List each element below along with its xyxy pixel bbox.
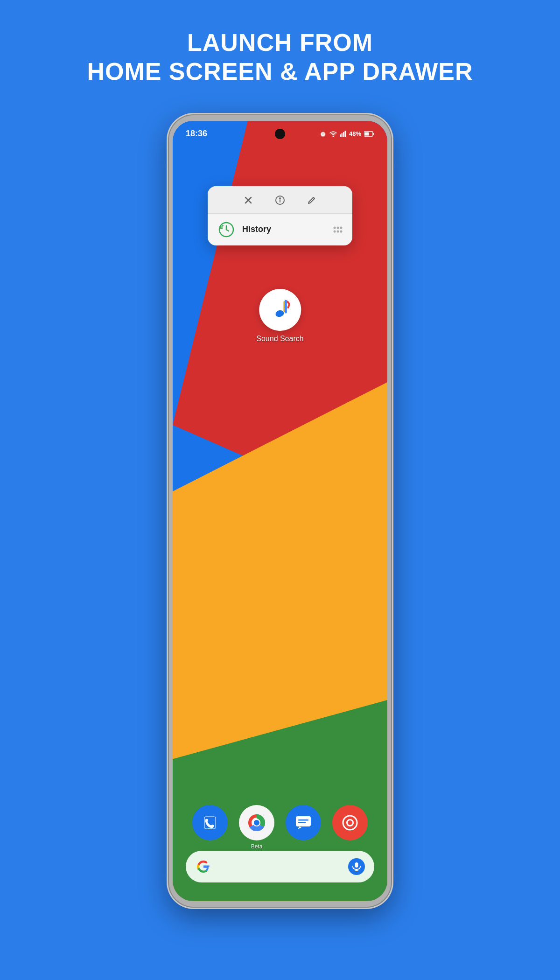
svg-rect-33	[355, 862, 358, 868]
status-time: 18:36	[186, 129, 207, 139]
dock-icon-chrome[interactable]: Beta	[239, 805, 274, 840]
dock-icon-phone[interactable]	[192, 805, 228, 840]
history-left: History	[217, 220, 271, 239]
svg-point-26	[254, 820, 259, 826]
wifi-icon	[329, 131, 337, 137]
svg-rect-28	[298, 819, 308, 821]
svg-rect-7	[365, 132, 369, 135]
close-button[interactable]	[241, 193, 256, 208]
history-icon	[217, 220, 236, 239]
svg-point-20	[340, 230, 343, 232]
context-menu: History	[208, 186, 352, 245]
signal-icon	[340, 131, 346, 137]
dock-icon-messages[interactable]	[286, 805, 321, 840]
edit-button[interactable]	[304, 193, 319, 208]
app-icon-container[interactable]: Sound Search	[256, 289, 303, 343]
search-bar[interactable]	[186, 851, 374, 882]
context-menu-top	[208, 186, 352, 214]
svg-rect-29	[298, 822, 306, 823]
header-line1: LAUNCH FROM	[187, 29, 373, 56]
drag-handle[interactable]	[333, 226, 343, 233]
info-button[interactable]	[273, 193, 287, 208]
svg-point-12	[280, 198, 280, 199]
google-logo	[195, 858, 212, 875]
mic-icon[interactable]	[348, 858, 365, 875]
alarm-icon: ⏰	[319, 130, 327, 137]
svg-point-32	[348, 820, 352, 825]
phone-shell: 18:36 ⏰	[168, 114, 392, 908]
status-bar: 18:36 ⏰	[173, 121, 387, 147]
history-label: History	[242, 224, 271, 234]
status-icons: ⏰	[319, 130, 374, 137]
dock: Beta	[173, 805, 387, 840]
app-icon-label: Sound Search	[256, 335, 303, 343]
svg-point-18	[334, 230, 336, 232]
svg-point-19	[337, 230, 339, 232]
chrome-beta-label: Beta	[251, 843, 263, 850]
svg-line-13	[314, 197, 315, 199]
svg-rect-2	[341, 133, 343, 137]
header-line2: HOME SCREEN & APP DRAWER	[87, 58, 473, 85]
battery-icon	[364, 131, 374, 137]
camera-notch	[275, 129, 285, 139]
app-icon[interactable]	[259, 289, 301, 331]
svg-point-17	[340, 226, 343, 229]
history-row[interactable]: History	[208, 214, 352, 245]
svg-rect-27	[296, 816, 311, 826]
svg-rect-1	[340, 134, 341, 137]
svg-rect-3	[343, 132, 344, 137]
svg-point-22	[274, 309, 284, 318]
svg-rect-6	[373, 133, 374, 135]
battery-text: 48%	[349, 130, 361, 137]
dock-icon-recorder[interactable]	[332, 805, 368, 840]
svg-rect-4	[344, 131, 346, 137]
svg-point-16	[337, 226, 339, 229]
phone-mockup: 18:36 ⏰	[168, 114, 392, 908]
svg-point-15	[334, 226, 336, 229]
svg-point-0	[332, 135, 334, 137]
phone-screen: 18:36 ⏰	[173, 121, 387, 901]
header-title: LAUNCH FROM HOME SCREEN & APP DRAWER	[87, 28, 473, 86]
